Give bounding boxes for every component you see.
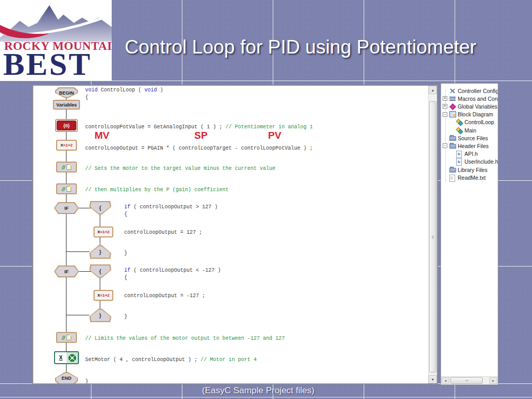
motor-icon bbox=[66, 352, 78, 363]
block-label: END bbox=[55, 372, 78, 383]
code-line: } bbox=[124, 314, 127, 320]
tree-item-header-files[interactable]: Header Files bbox=[441, 142, 498, 150]
code-line: controlLoopOutput = PGAIN * ( controlLoo… bbox=[85, 145, 313, 152]
block-end[interactable]: END bbox=[55, 372, 78, 383]
flowchart-canvas: BEGINVariables{0}X=1+2////IF{X=1+2}IF{X=… bbox=[33, 86, 428, 383]
tree-item-global-variables[interactable]: Global Variables bbox=[441, 102, 498, 110]
expand-icon[interactable]: + bbox=[443, 104, 447, 109]
macros-icon bbox=[449, 96, 456, 102]
block-open[interactable]: { bbox=[89, 264, 111, 278]
scroll-left-button[interactable] bbox=[442, 377, 449, 384]
tree-item-block-diagram[interactable]: Block Diagram bbox=[441, 111, 498, 118]
code-line: controlLoopOutput = -127 ; bbox=[124, 293, 205, 299]
tools-icon bbox=[449, 88, 456, 94]
block-label: X=1+2 bbox=[95, 228, 112, 236]
block-diagram-icon bbox=[449, 111, 456, 117]
code-line: } bbox=[124, 250, 127, 257]
code-line: { bbox=[124, 211, 127, 218]
block-close[interactable]: } bbox=[89, 309, 111, 322]
block-label: BEGIN bbox=[55, 87, 78, 98]
block-assign[interactable]: X=1+2 bbox=[94, 290, 113, 301]
block-label: } bbox=[89, 245, 111, 259]
block-label: IF bbox=[54, 265, 79, 277]
h-file-icon bbox=[456, 151, 463, 157]
tree-item-label: Source Files bbox=[458, 135, 488, 141]
collapse-icon[interactable]: - bbox=[443, 143, 447, 148]
comment-block-icon: // bbox=[57, 163, 76, 171]
tree-item-macros-and-const[interactable]: Macros and Const bbox=[441, 95, 498, 102]
grid-line bbox=[0, 81, 532, 81]
note-icon bbox=[66, 164, 71, 170]
block-assign[interactable]: X=1+2 bbox=[94, 227, 113, 237]
vertical-scrollbar-thumb[interactable] bbox=[429, 101, 436, 373]
code-line: // Sets the motor to the target value mi… bbox=[85, 166, 275, 172]
flowchart-icon bbox=[456, 119, 463, 125]
block-label: IF bbox=[54, 202, 79, 214]
block-label: { bbox=[89, 201, 111, 215]
code-line: SetMotor ( 4 , controlLoopOutput ) ; // … bbox=[85, 357, 257, 363]
grid-line bbox=[0, 397, 532, 397]
global-variable-icon bbox=[449, 103, 456, 110]
scrollbar-grip-icon bbox=[432, 236, 434, 238]
block-assign[interactable]: X=1+2 bbox=[56, 140, 77, 151]
slide-title: Control Loop for PID using Potentiometer bbox=[125, 36, 530, 58]
scroll-up-button[interactable] bbox=[429, 86, 437, 94]
block-open[interactable]: { bbox=[89, 201, 111, 215]
code-line: void ControlLoop ( void ) bbox=[85, 87, 163, 94]
scroll-right-button[interactable] bbox=[489, 377, 497, 384]
block-comment[interactable]: // bbox=[56, 183, 77, 194]
block-label: X=1+2 bbox=[95, 291, 112, 300]
tree-item-controller-configu[interactable]: Controller Configu bbox=[441, 87, 498, 95]
block-begin[interactable]: BEGIN bbox=[55, 87, 78, 98]
tree-item-source-files[interactable]: Source Files bbox=[441, 134, 498, 142]
tree-item-library-files[interactable]: Library Files bbox=[441, 166, 498, 174]
block-if[interactable]: IF bbox=[54, 202, 79, 214]
tree-item-label: ControlLoop bbox=[464, 119, 494, 125]
scroll-down-button[interactable] bbox=[429, 375, 437, 383]
pid-annotation-sp: SP bbox=[194, 130, 207, 141]
tree-item-main[interactable]: Main bbox=[441, 126, 498, 134]
code-line: if ( controlLoopOutput > 127 ) bbox=[124, 204, 218, 210]
expand-icon[interactable]: + bbox=[443, 96, 447, 101]
vertical-scrollbar[interactable] bbox=[428, 86, 437, 383]
code-line: } bbox=[85, 379, 88, 383]
code-line: // Limits the values of the motor output… bbox=[85, 336, 285, 342]
logo-text-best: BEST bbox=[3, 46, 110, 81]
block-comment[interactable]: // bbox=[56, 332, 77, 343]
block-diagram-panel: BEGINVariables{0}X=1+2////IF{X=1+2}IF{X=… bbox=[32, 85, 438, 384]
block-io[interactable]: {0} bbox=[55, 119, 78, 132]
tree-item-label: Macros and Const bbox=[458, 96, 498, 102]
scrollbar-grip-icon bbox=[466, 380, 468, 381]
block-label: X=1+2 bbox=[57, 141, 76, 150]
comment-block-icon: // bbox=[57, 184, 76, 193]
project-explorer-panel: Controller ConfiguMacros and Const+Globa… bbox=[441, 83, 498, 385]
folder-icon bbox=[449, 144, 456, 149]
tree-item-label: Library Files bbox=[458, 167, 487, 173]
block-motor[interactable]: X bbox=[54, 351, 79, 364]
tree-item-readme-txt[interactable]: ReadMe.txt bbox=[441, 174, 498, 181]
tree-item-label: Global Variables bbox=[458, 103, 497, 110]
tree-item-controlloop[interactable]: ControlLoop bbox=[441, 118, 498, 126]
text-file-icon bbox=[449, 175, 456, 181]
collapse-icon[interactable]: - bbox=[443, 112, 447, 117]
horizontal-scrollbar[interactable] bbox=[441, 376, 498, 384]
block-var[interactable]: Variables bbox=[53, 100, 80, 110]
tree-item-label: ReadMe.txt bbox=[458, 175, 486, 181]
block-close[interactable]: } bbox=[89, 245, 111, 259]
note-icon bbox=[66, 186, 71, 192]
code-line: { bbox=[124, 275, 127, 281]
block-if[interactable]: IF bbox=[54, 265, 79, 277]
h-file-icon bbox=[456, 158, 463, 165]
pid-annotation-mv: MV bbox=[95, 130, 110, 141]
tree-item-label: Block Diagram bbox=[458, 111, 493, 117]
horizontal-scrollbar-thumb[interactable] bbox=[450, 377, 483, 384]
tree-item-userinclude-h[interactable]: UserInclude.h bbox=[441, 158, 498, 166]
tree-item-label: Main bbox=[464, 127, 476, 134]
tree-item-api-h[interactable]: API.h bbox=[441, 150, 498, 158]
block-label: X bbox=[55, 352, 66, 363]
folder-icon bbox=[449, 168, 456, 172]
mountain-logo-icon bbox=[0, 0, 112, 42]
folder-icon bbox=[449, 136, 456, 141]
block-comment[interactable]: // bbox=[56, 162, 77, 172]
tree-item-label: Header Files bbox=[458, 143, 489, 149]
